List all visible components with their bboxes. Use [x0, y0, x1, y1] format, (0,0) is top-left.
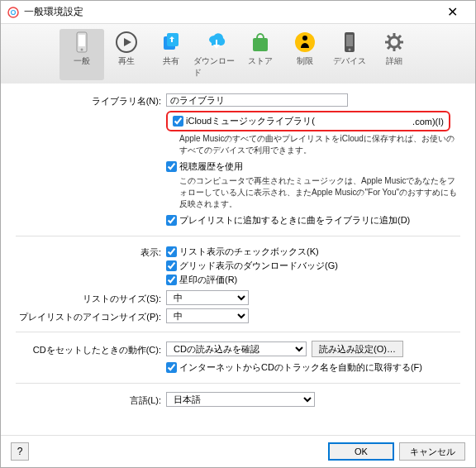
tab-playback[interactable]: 再生	[104, 29, 149, 80]
svg-rect-13	[346, 35, 353, 46]
svg-line-22	[398, 36, 401, 38]
list-size-select[interactable]: 中	[166, 290, 249, 305]
tab-label: 共有	[163, 55, 179, 67]
svg-line-23	[388, 46, 390, 49]
tab-label: 制限	[297, 55, 313, 67]
icloud-description: Apple Musicのすべての曲やプレイリストをiCloudに保存すれば、お使…	[179, 133, 460, 156]
svg-point-15	[389, 37, 399, 47]
icloud-highlight: iCloudミュージックライブラリ( .com)(I)	[166, 111, 450, 131]
play-icon	[115, 31, 138, 54]
language-select[interactable]: 日本語	[166, 392, 315, 407]
close-button[interactable]: ✕	[436, 1, 469, 24]
star-rating-label: 星印の評価(R)	[179, 274, 237, 286]
history-checkbox[interactable]	[166, 161, 177, 172]
display-label: 表示:	[16, 245, 166, 259]
tab-advanced[interactable]: 詳細	[372, 29, 416, 80]
list-checkboxes-label: リスト表示のチェックボックス(K)	[179, 246, 319, 258]
library-name-label: ライブラリ名(N):	[16, 93, 166, 107]
svg-line-21	[398, 46, 401, 49]
ok-button[interactable]: OK	[328, 442, 394, 461]
tab-label: 詳細	[386, 55, 402, 67]
grid-badge-checkbox[interactable]	[166, 260, 177, 271]
add-playlist-label: プレイリストに追加するときに曲をライブラリに追加(D)	[179, 214, 410, 227]
tab-devices[interactable]: デバイス	[327, 29, 372, 80]
tab-downloads[interactable]: ダウンロード	[193, 29, 238, 80]
store-icon	[249, 31, 272, 54]
tab-label: ストア	[248, 55, 273, 67]
icloud-library-checkbox[interactable]	[173, 116, 183, 127]
svg-point-4	[81, 49, 83, 51]
icon-size-label: プレイリストのアイコンサイズ(P):	[16, 309, 166, 323]
svg-point-1	[12, 10, 16, 14]
tab-restrictions[interactable]: 制限	[283, 29, 327, 80]
tab-label: 再生	[118, 55, 135, 67]
divider	[16, 332, 460, 332]
restriction-icon	[293, 31, 317, 54]
icloud-label-suffix: .com)(I)	[412, 117, 444, 127]
download-icon	[204, 31, 227, 54]
import-settings-button[interactable]: 読み込み設定(O)…	[312, 341, 403, 357]
tab-sharing[interactable]: 共有	[149, 29, 193, 80]
divider	[16, 236, 460, 236]
svg-point-14	[349, 49, 351, 51]
tab-label: デバイス	[333, 55, 366, 67]
footer: ? OK キャンセル	[1, 435, 475, 467]
cd-action-select[interactable]: CDの読み込みを確認	[166, 341, 307, 356]
svg-point-11	[302, 36, 307, 41]
cd-internet-checkbox[interactable]	[166, 362, 177, 373]
tab-store[interactable]: ストア	[238, 29, 283, 80]
device-icon	[338, 31, 361, 54]
tab-label: 一般	[74, 55, 90, 67]
svg-rect-3	[79, 35, 85, 46]
svg-point-10	[295, 32, 315, 52]
titlebar: 一般環境設定 ✕	[1, 1, 475, 24]
help-button[interactable]: ?	[11, 442, 29, 461]
icon-size-select[interactable]: 中	[166, 308, 249, 323]
grid-badge-label: グリッド表示のダウンロードバッジ(G)	[179, 260, 338, 272]
window-title: 一般環境設定	[24, 5, 436, 19]
divider	[16, 383, 460, 384]
svg-line-20	[388, 36, 390, 38]
cancel-button[interactable]: キャンセル	[399, 442, 465, 461]
cd-action-label: CDをセットしたときの動作(C):	[16, 342, 166, 356]
history-label: 視聴履歴を使用	[179, 160, 243, 173]
app-icon	[7, 7, 19, 18]
svg-point-0	[8, 7, 18, 17]
add-playlist-checkbox[interactable]	[166, 215, 177, 226]
phone-icon	[70, 31, 93, 54]
language-label: 言語(L):	[16, 393, 166, 407]
cd-internet-label: インターネットからCDのトラック名を自動的に取得する(F)	[179, 361, 422, 374]
content-area: ライブラリ名(N): iCloudミュージックライブラリ( .com)(I) A…	[1, 84, 475, 435]
tab-label: ダウンロード	[193, 55, 238, 79]
library-name-input[interactable]	[166, 93, 348, 107]
toolbar: 一般 再生 共有 ダウンロード ストア 制限 デバイス 詳細	[1, 24, 475, 84]
tab-general[interactable]: 一般	[60, 29, 104, 80]
list-checkboxes-checkbox[interactable]	[166, 246, 177, 257]
star-rating-checkbox[interactable]	[166, 275, 177, 285]
svg-marker-6	[124, 38, 131, 46]
gear-icon	[383, 31, 406, 54]
svg-rect-9	[253, 38, 268, 51]
icloud-label-prefix: iCloudミュージックライブラリ(	[186, 115, 315, 127]
share-icon	[159, 31, 183, 54]
list-size-label: リストのサイズ(S):	[16, 291, 166, 305]
history-description: このコンピュータで再生されたミュージックは、Apple Musicであなたをフォ…	[179, 175, 460, 210]
